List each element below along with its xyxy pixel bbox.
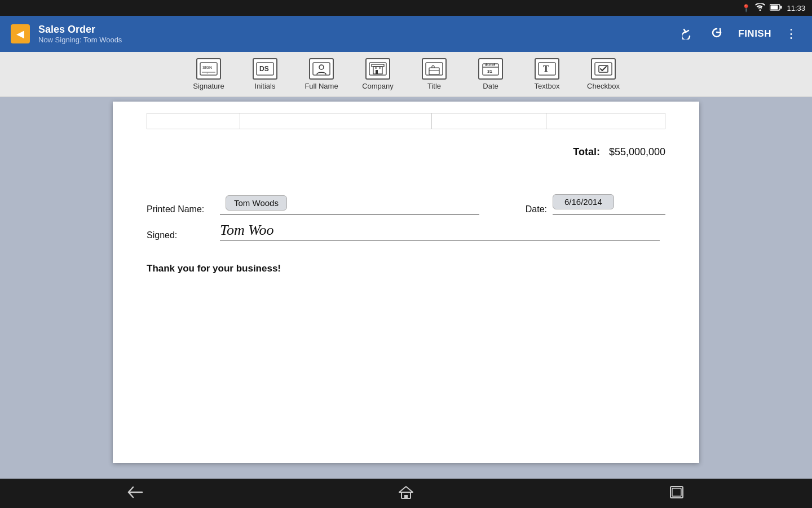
svg-text:31: 31	[487, 69, 492, 74]
signature-label: Signature	[193, 82, 224, 90]
svg-text:↓: ↓	[206, 71, 208, 75]
tool-signature[interactable]: SIGN ↓ Signature	[180, 54, 237, 95]
date-badge[interactable]: 6/16/2014	[553, 194, 614, 209]
finish-button[interactable]: FINISH	[731, 24, 778, 44]
thank-you-text: Thank you for your business!	[147, 263, 665, 274]
main-area: Total: $55,000,000 Printed Name: Tom Woo…	[0, 97, 812, 479]
printed-name-field[interactable]: Tom Woods	[220, 198, 479, 214]
svg-rect-2	[780, 6, 782, 8]
nav-recents-button[interactable]	[660, 482, 694, 505]
printed-name-label: Printed Name:	[147, 204, 220, 214]
svg-rect-1	[771, 5, 778, 9]
signature-value: Tom Woo	[220, 222, 274, 239]
status-time: 11:33	[787, 4, 805, 12]
undo-button[interactable]	[677, 21, 702, 46]
nav-recents-icon	[670, 486, 683, 501]
nav-home-icon	[399, 485, 413, 501]
svg-rect-16	[379, 67, 381, 69]
printed-name-badge[interactable]: Tom Woods	[226, 195, 287, 211]
svg-rect-35	[672, 488, 681, 496]
tool-checkbox[interactable]: Checkbox	[575, 54, 632, 95]
signature-section: Printed Name: Tom Woods Date: 6/16/2014	[147, 198, 665, 240]
nav-back-icon	[127, 486, 143, 501]
tool-initials[interactable]: DS Initials	[237, 54, 293, 95]
textbox-icon-box: T	[535, 58, 559, 80]
tool-date[interactable]: MONTH 31 Date	[462, 54, 519, 95]
total-value: $55,000,000	[609, 146, 665, 158]
tool-full-name[interactable]: Full Name	[293, 54, 350, 95]
tool-company[interactable]: Company	[350, 54, 406, 95]
svg-rect-15	[375, 67, 377, 69]
company-label: Company	[362, 82, 394, 90]
header-title-area: Sales Order Now Signing: Tom Woods	[38, 24, 677, 45]
signed-field[interactable]: Tom Woo	[220, 224, 660, 240]
svg-marker-31	[399, 487, 413, 492]
total-row: Total: $55,000,000	[147, 141, 665, 186]
date-label: Date	[483, 82, 498, 90]
more-button[interactable]: ⋮	[780, 25, 803, 42]
full-name-icon-box	[309, 58, 334, 80]
svg-text:DS: DS	[259, 65, 269, 73]
refresh-button[interactable]	[704, 21, 729, 46]
svg-text:T: T	[543, 64, 549, 73]
date-section: Date: 6/16/2014	[526, 198, 665, 214]
tool-textbox[interactable]: T Textbox	[519, 54, 575, 95]
svg-rect-33	[404, 495, 408, 498]
initials-icon-box: DS	[253, 58, 277, 80]
back-arrow-icon: ◀	[16, 28, 24, 40]
refresh-icon	[709, 25, 724, 42]
toolbar: SIGN ↓ Signature DS Initials Full Name	[0, 52, 812, 97]
title-icon-box	[422, 58, 447, 80]
header-actions: FINISH ⋮	[677, 21, 803, 46]
date-icon-box: MONTH 31	[478, 58, 503, 80]
initials-label: Initials	[255, 82, 276, 90]
header: ◀ Sales Order Now Signing: Tom Woods	[0, 16, 812, 52]
bottom-nav	[0, 479, 812, 508]
more-vertical-icon: ⋮	[785, 30, 798, 37]
svg-text:SIGN: SIGN	[202, 65, 212, 69]
nav-back-button[interactable]	[118, 482, 152, 505]
document: Total: $55,000,000 Printed Name: Tom Woo…	[113, 102, 699, 463]
signed-row: Signed: Tom Woo	[147, 224, 665, 240]
table-fragment	[147, 113, 665, 129]
textbox-label: Textbox	[535, 82, 560, 90]
checkbox-label: Checkbox	[587, 82, 620, 90]
location-icon: 📍	[742, 4, 751, 12]
date-field-label: Date:	[526, 204, 547, 214]
wifi-icon	[755, 3, 765, 12]
svg-rect-14	[376, 70, 378, 74]
company-icon-box	[365, 58, 390, 80]
status-bar: 📍 11:33	[0, 0, 812, 16]
battery-icon	[770, 4, 782, 12]
signing-subtitle: Now Signing: Tom Woods	[38, 36, 677, 44]
document-title: Sales Order	[38, 24, 677, 36]
title-label: Title	[427, 82, 441, 90]
svg-rect-17	[426, 63, 443, 75]
signed-label: Signed:	[147, 230, 220, 240]
total-label: Total:	[573, 146, 600, 158]
full-name-label: Full Name	[304, 82, 338, 90]
signature-icon-box: SIGN ↓	[196, 58, 221, 80]
undo-icon	[682, 25, 697, 43]
date-field[interactable]: 6/16/2014	[553, 198, 665, 214]
checkbox-icon-box	[591, 58, 616, 80]
back-button[interactable]: ◀	[9, 23, 32, 45]
tool-title[interactable]: Title	[406, 54, 462, 95]
nav-home-button[interactable]	[389, 482, 423, 505]
